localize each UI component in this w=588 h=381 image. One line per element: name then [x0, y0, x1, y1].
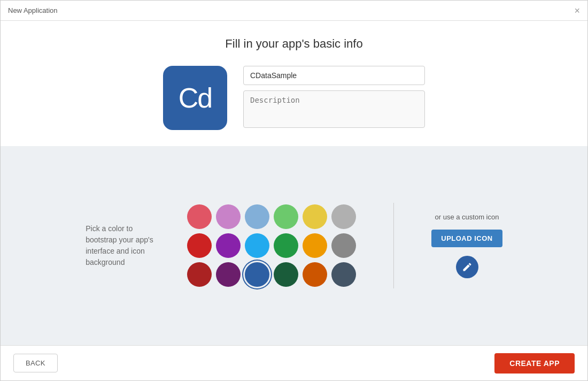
color-option-c17[interactable] [303, 262, 327, 287]
dialog-title: New Application [8, 6, 58, 14]
app-icon-text: Cd [179, 82, 212, 114]
color-option-c1[interactable] [187, 204, 212, 229]
color-grid [187, 204, 356, 287]
app-name-input[interactable] [243, 66, 425, 85]
app-icon-preview: Cd [163, 66, 227, 130]
dialog-titlebar: New Application × [1, 1, 587, 21]
page-heading: Fill in your app's basic info [225, 37, 362, 51]
upload-icon-button[interactable]: UPLOAD ICON [431, 230, 502, 247]
close-button[interactable]: × [574, 6, 580, 16]
app-info-row: Cd [163, 66, 425, 130]
color-option-c5[interactable] [303, 204, 327, 229]
description-input[interactable] [243, 90, 425, 128]
pencil-icon [462, 262, 473, 272]
custom-icon-area: or use a custom icon UPLOAD ICON [431, 213, 502, 278]
color-option-c8[interactable] [216, 233, 241, 258]
new-application-dialog: New Application × Fill in your app's bas… [0, 0, 588, 381]
create-app-button[interactable]: CREATE APP [494, 353, 575, 374]
color-option-c18[interactable] [331, 262, 356, 287]
color-option-c14[interactable] [216, 262, 241, 287]
color-option-c6[interactable] [331, 204, 356, 229]
color-option-c3[interactable] [245, 204, 269, 229]
dialog-body: Fill in your app's basic info Cd Pick a … [1, 21, 587, 345]
color-option-c13[interactable] [187, 262, 212, 287]
color-option-c9[interactable] [245, 233, 269, 258]
custom-icon-label: or use a custom icon [435, 213, 499, 221]
vertical-divider [393, 203, 394, 288]
dialog-footer: BACK CREATE APP [1, 345, 587, 380]
color-option-c4[interactable] [274, 204, 298, 229]
color-picker-area: Pick a color to bootstrap your app's int… [86, 203, 502, 288]
color-option-c2[interactable] [216, 204, 241, 229]
color-option-c11[interactable] [303, 233, 327, 258]
color-option-c16[interactable] [274, 262, 298, 287]
top-section: Fill in your app's basic info Cd [1, 21, 587, 146]
color-option-c12[interactable] [331, 233, 356, 258]
color-option-c15[interactable] [245, 262, 269, 287]
color-option-c7[interactable] [187, 233, 212, 258]
app-fields [243, 66, 425, 128]
bottom-section: Pick a color to bootstrap your app's int… [1, 146, 587, 345]
color-option-c10[interactable] [274, 233, 298, 258]
edit-icon-button[interactable] [456, 256, 478, 278]
back-button[interactable]: BACK [13, 354, 58, 372]
color-picker-label: Pick a color to bootstrap your app's int… [86, 223, 160, 268]
